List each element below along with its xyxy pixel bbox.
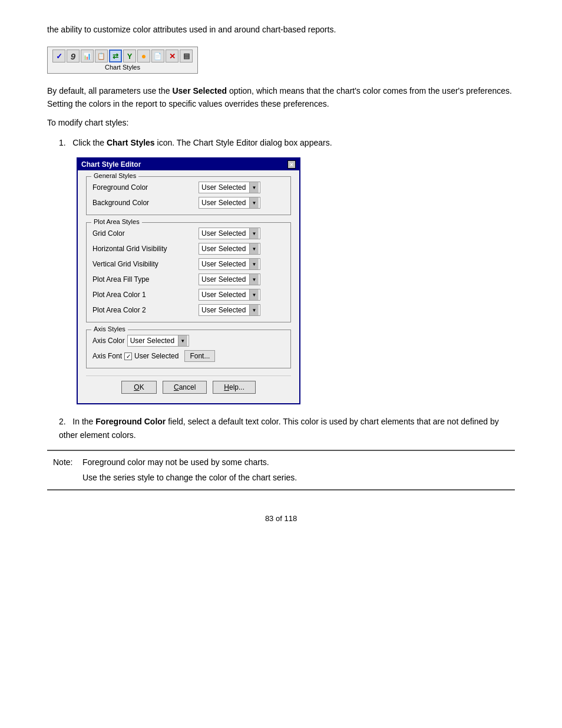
toolbar-icon-y[interactable]: Y bbox=[123, 50, 136, 62]
axis-styles-label: Axis Styles bbox=[91, 325, 128, 332]
vert-grid-value: User Selected bbox=[201, 260, 249, 268]
general-styles-group: General Styles Foreground Color User Sel… bbox=[86, 176, 291, 215]
toolbar-icon-chart1[interactable]: 📊 bbox=[81, 50, 94, 62]
vert-grid-arrow: ▼ bbox=[249, 259, 259, 269]
toolbar-icon-styles[interactable]: ⇄ bbox=[109, 50, 122, 62]
axis-font-label: Axis Font bbox=[92, 352, 122, 360]
plot-fill-row: Plot Area Fill Type User Selected ▼ bbox=[92, 274, 285, 285]
step1-bold: Chart Styles bbox=[107, 138, 155, 147]
note-line1: Foreground color may not be used by some… bbox=[82, 456, 297, 469]
toolbar-icon-x[interactable]: ✕ bbox=[166, 50, 178, 62]
toolbar-icon-check[interactable]: ✓ bbox=[52, 50, 65, 62]
toolbar-icon-lines[interactable]: ▤ bbox=[180, 50, 193, 62]
axis-font-row: Axis Font ✓ User Selected Font... bbox=[92, 350, 285, 362]
axis-font-checkbox[interactable]: ✓ bbox=[124, 353, 132, 360]
toolbar-box: ✓ 9 📊 📋 ⇄ Y ● 📄 ✕ ▤ Chart Styles bbox=[47, 47, 198, 74]
grid-color-dropdown[interactable]: User Selected ▼ bbox=[199, 228, 260, 239]
axis-color-dropdown[interactable]: User Selected ▼ bbox=[127, 335, 189, 347]
dialog-footer: OK Cancel Help... bbox=[86, 375, 291, 397]
plot-color1-arrow: ▼ bbox=[249, 289, 259, 300]
foreground-color-dropdown[interactable]: User Selected ▼ bbox=[199, 182, 260, 193]
plot-area-styles-group: Plot Area Styles Grid Color User Selecte… bbox=[86, 222, 291, 322]
font-button[interactable]: Font... bbox=[184, 350, 215, 362]
axis-color-arrow: ▼ bbox=[178, 335, 187, 346]
plot-color1-label: Plot Area Color 1 bbox=[92, 291, 199, 299]
dialog-title: Chart Style Editor bbox=[81, 160, 141, 169]
plot-color1-value: User Selected bbox=[201, 291, 249, 299]
note-content: Foreground color may not be used by some… bbox=[82, 456, 297, 485]
background-color-row: Background Color User Selected ▼ bbox=[92, 197, 285, 209]
plot-color2-dropdown[interactable]: User Selected ▼ bbox=[199, 304, 260, 316]
note-label: Note: bbox=[53, 456, 77, 485]
help-button[interactable]: Help... bbox=[213, 381, 256, 394]
plot-fill-arrow: ▼ bbox=[249, 274, 259, 285]
axis-color-row: Axis Color User Selected ▼ bbox=[92, 335, 285, 347]
toolbar-label: Chart Styles bbox=[52, 64, 193, 71]
general-styles-label: General Styles bbox=[91, 172, 138, 179]
dialog-titlebar: Chart Style Editor × bbox=[78, 159, 299, 170]
background-color-label: Background Color bbox=[92, 199, 199, 207]
step2-number: 2. bbox=[59, 417, 66, 426]
note-line2: Use the series style to change the color… bbox=[82, 471, 297, 484]
note-box: Note: Foreground color may not be used b… bbox=[47, 450, 515, 490]
plot-fill-value: User Selected bbox=[201, 275, 249, 284]
to-modify-text: To modify chart styles: bbox=[47, 117, 515, 129]
foreground-color-label: Foreground Color bbox=[92, 183, 199, 192]
step2-part1: In the bbox=[72, 417, 95, 426]
step-1: 1. Click the Chart Styles icon. The Char… bbox=[59, 136, 515, 149]
background-color-dropdown[interactable]: User Selected ▼ bbox=[199, 197, 260, 209]
description-text: By default, all parameters use the User … bbox=[47, 84, 515, 111]
horiz-grid-label: Horizontal Grid Visibility bbox=[92, 245, 199, 253]
page-number: 83 of 118 bbox=[265, 514, 297, 523]
horiz-grid-arrow: ▼ bbox=[249, 243, 259, 254]
toolbar-icons: ✓ 9 📊 📋 ⇄ Y ● 📄 ✕ ▤ bbox=[52, 50, 193, 62]
description-bold: User Selected bbox=[172, 86, 227, 95]
description-part1: By default, all parameters use the bbox=[47, 86, 172, 95]
foreground-color-row: Foreground Color User Selected ▼ bbox=[92, 182, 285, 193]
toolbar-icon-9[interactable]: 9 bbox=[67, 50, 80, 62]
vert-grid-row: Vertical Grid Visibility User Selected ▼ bbox=[92, 258, 285, 270]
grid-color-value: User Selected bbox=[201, 229, 249, 238]
ok-button[interactable]: OK bbox=[121, 381, 157, 394]
plot-color1-row: Plot Area Color 1 User Selected ▼ bbox=[92, 289, 285, 301]
foreground-color-arrow: ▼ bbox=[249, 182, 259, 193]
toolbar-icon-chart2[interactable]: 📋 bbox=[95, 50, 108, 62]
axis-color-label: Axis Color bbox=[92, 337, 125, 345]
horiz-grid-value: User Selected bbox=[201, 245, 249, 253]
intro-text: the ability to customize color attribute… bbox=[47, 24, 515, 36]
chart-style-editor-dialog: Chart Style Editor × General Styles Fore… bbox=[77, 157, 300, 404]
toolbar-icon-circle[interactable]: ● bbox=[137, 50, 150, 62]
toolbar-icon-doc[interactable]: 📄 bbox=[151, 50, 164, 62]
foreground-color-value: User Selected bbox=[201, 183, 249, 192]
horiz-grid-dropdown[interactable]: User Selected ▼ bbox=[199, 243, 260, 255]
background-color-value: User Selected bbox=[201, 199, 249, 207]
axis-font-checkbox-row: ✓ User Selected Font... bbox=[124, 350, 215, 362]
plot-fill-dropdown[interactable]: User Selected ▼ bbox=[199, 274, 260, 285]
horiz-grid-row: Horizontal Grid Visibility User Selected… bbox=[92, 243, 285, 255]
step1-number: 1. bbox=[59, 138, 66, 147]
plot-area-styles-label: Plot Area Styles bbox=[91, 218, 142, 225]
plot-color2-arrow: ▼ bbox=[249, 305, 259, 315]
dialog-close-button[interactable]: × bbox=[287, 160, 296, 169]
plot-color2-label: Plot Area Color 2 bbox=[92, 306, 199, 314]
axis-color-value: User Selected bbox=[130, 337, 178, 345]
plot-color2-row: Plot Area Color 2 User Selected ▼ bbox=[92, 304, 285, 316]
axis-styles-group: Axis Styles Axis Color User Selected ▼ A… bbox=[86, 330, 291, 368]
vert-grid-label: Vertical Grid Visibility bbox=[92, 260, 199, 268]
grid-color-arrow: ▼ bbox=[249, 228, 259, 239]
step2-bold: Foreground Color bbox=[95, 417, 166, 426]
page-footer: 83 of 118 bbox=[47, 514, 515, 523]
step-list: 1. Click the Chart Styles icon. The Char… bbox=[59, 136, 515, 442]
plot-color2-value: User Selected bbox=[201, 306, 249, 314]
step1-part1: Click the bbox=[72, 138, 107, 147]
dialog-body: General Styles Foreground Color User Sel… bbox=[78, 170, 299, 403]
grid-color-label: Grid Color bbox=[92, 229, 199, 238]
plot-color1-dropdown[interactable]: User Selected ▼ bbox=[199, 289, 260, 301]
cancel-button[interactable]: Cancel bbox=[163, 381, 207, 394]
dialog-wrapper: Chart Style Editor × General Styles Fore… bbox=[77, 157, 515, 404]
vert-grid-dropdown[interactable]: User Selected ▼ bbox=[199, 258, 260, 270]
axis-font-value: User Selected bbox=[134, 352, 178, 360]
step1-part2: icon. The Chart Style Editor dialog box … bbox=[155, 138, 332, 147]
grid-color-row: Grid Color User Selected ▼ bbox=[92, 228, 285, 239]
background-color-arrow: ▼ bbox=[249, 197, 259, 208]
